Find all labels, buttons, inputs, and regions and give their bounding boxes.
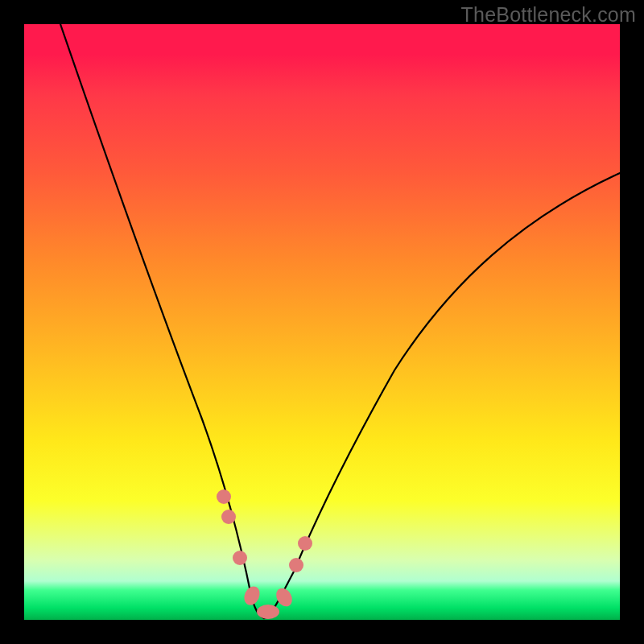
watermark-text: TheBottleneck.com	[461, 3, 636, 27]
marker-dot	[217, 489, 231, 504]
bottleneck-curve-right	[264, 173, 620, 618]
marker-dot	[233, 551, 247, 565]
marker-dot	[242, 584, 262, 607]
marker-dot	[221, 510, 236, 524]
marker-dot	[298, 536, 312, 551]
marker-dot	[289, 558, 303, 572]
bottleneck-curve-left	[60, 24, 264, 618]
marker-dot	[257, 605, 279, 619]
chart-area	[24, 24, 620, 620]
bottleneck-curve-svg	[24, 24, 620, 620]
